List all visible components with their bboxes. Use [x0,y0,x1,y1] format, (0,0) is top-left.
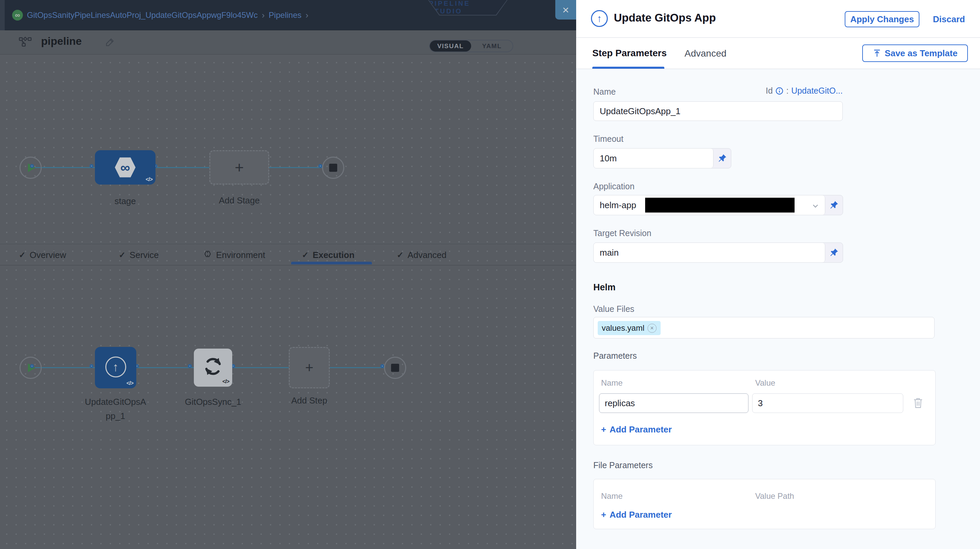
plus-icon: + [601,425,606,435]
step2-label: GitOpsSync_1 [169,397,257,407]
helm-section-heading: Helm [593,282,616,293]
tab-label: Advanced [407,250,447,260]
step-parameters-form: Name Id : UpdateGitO... UpdateGitOpsApp_… [576,69,980,549]
save-as-template-label: Save as Template [885,48,958,59]
add-file-parameter-label: Add Parameter [609,509,672,520]
connector-port [89,164,94,168]
redacted-value [645,198,795,212]
application-select[interactable]: helm-app [593,195,825,215]
param-name-input[interactable]: replicas [599,393,748,413]
tab-label: Execution [313,250,355,260]
step1-label-line2: pp_1 [72,411,159,421]
stop-icon [329,164,337,172]
file-parameters-label: File Parameters [593,460,652,470]
save-as-template-button[interactable]: Save as Template [862,45,968,62]
discard-button[interactable]: Discard [933,14,965,25]
toggle-visual[interactable]: VISUAL [430,40,471,51]
timeout-input[interactable]: 10m [593,148,713,168]
value-file-chip-label: values.yaml [602,323,644,333]
application-input-type-button[interactable] [825,195,843,215]
tab-label: Service [130,250,159,260]
code-badge-icon[interactable]: </> [146,177,153,182]
target-revision-field-group: main [593,243,843,263]
id-colon: : [786,86,789,96]
pin-icon [830,201,838,209]
stop-icon [391,364,399,372]
execution-end-marker [384,357,406,379]
pipeline-end-marker [322,156,344,179]
name-input[interactable]: UpdateGitOpsApp_1 [593,101,843,121]
add-parameter-button[interactable]: + Add Parameter [601,425,672,435]
update-gitops-app-step-node[interactable]: ↑ </> [95,347,136,388]
target-revision-input-type-button[interactable] [825,243,843,262]
file-parameters-card: Name Value Path + Add Parameter [593,479,935,529]
tab-label: Environment [216,250,265,260]
drawer-header: ↑ Update GitOps App Apply Changes Discar… [576,0,980,38]
timeout-input-type-button[interactable] [713,148,731,168]
target-revision-input[interactable]: main [593,243,825,262]
edit-pipeline-name-icon[interactable] [105,37,115,48]
remove-chip-icon[interactable]: × [648,324,657,333]
add-parameter-label: Add Parameter [609,425,672,435]
connector-port [89,364,94,368]
id-row: Id : UpdateGitO... [593,86,843,96]
value-files-input[interactable]: values.yaml × [593,317,935,338]
tab-advanced[interactable]: Advanced [684,48,727,59]
gitops-sync-step-node[interactable]: </> [194,349,232,387]
breadcrumb-separator-icon: › [262,10,265,21]
add-step-button[interactable]: + [289,347,330,388]
value-file-chip: values.yaml × [598,321,660,335]
delete-row-icon[interactable] [913,397,923,409]
timeout-label: Timeout [593,134,623,144]
stage-tabbar: ✓ Overview ✓ Service Environment [0,244,576,265]
application-field-group: helm-app [593,195,843,215]
parameters-card: Name Value replicas 3 + Add Parameter [593,370,935,445]
breadcrumb-pipelines-link[interactable]: Pipelines [269,10,301,20]
check-icon: ✓ [302,250,309,260]
file-param-value-path-header: Value Path [755,492,794,501]
tab-label: Overview [30,250,66,260]
info-icon[interactable] [775,87,783,95]
pipeline-titlebar: pipeline VISUAL YAML [0,30,576,54]
application-label: Application [593,182,635,191]
param-value-input[interactable]: 3 [752,393,903,413]
code-badge-icon[interactable]: </> [223,378,229,385]
add-stage-button[interactable]: + [209,150,269,185]
drawer-tabbar: Step Parameters Advanced Save as Templat… [576,38,980,69]
check-icon: ✓ [397,250,404,260]
topbar: ∞ GitOpsSanityPipeLinesAutoProj_UpdateGi… [0,0,576,30]
pipeline-flowchart-icon [19,36,32,49]
stage-node[interactable]: ∞ </> [95,150,156,185]
tab-advanced[interactable]: ✓ Advanced [397,244,447,266]
step-config-drawer: ↑ Update GitOps App Apply Changes Discar… [576,0,980,549]
param-value-header: Value [755,378,775,388]
pipeline-canvas: ∞ </> + stage Add Stage ✓ Overview ✓ Ser… [0,54,576,549]
tab-service[interactable]: ✓ Service [119,244,159,266]
pipeline-title: pipeline [41,35,82,48]
apply-changes-button[interactable]: Apply Changes [845,11,920,27]
target-revision-label: Target Revision [593,228,651,238]
check-icon: ✓ [19,250,25,260]
tab-environment[interactable]: Environment [203,244,265,266]
breadcrumb-project-link[interactable]: GitOpsSanityPipeLinesAutoProj_UpdateGitO… [27,10,258,20]
tab-overview[interactable]: ✓ Overview [19,244,66,266]
gitops-stage-icon: ∞ [115,156,136,178]
step1-label-line1: UpdateGitOpsA [72,397,159,407]
collapsed-nav-edge [0,0,5,30]
tab-step-parameters[interactable]: Step Parameters [592,48,667,59]
pin-icon [830,248,838,257]
close-drawer-button[interactable]: × [555,0,576,19]
app-root: ∞ GitOpsSanityPipeLinesAutoProj_UpdateGi… [0,0,980,549]
application-value: helm-app [600,200,636,211]
pipeline-studio-badge: PIPELINE STUDIO [428,0,508,16]
code-badge-icon[interactable]: </> [127,380,133,386]
toggle-yaml[interactable]: YAML [471,40,512,51]
breadcrumb: ∞ GitOpsSanityPipeLinesAutoProj_UpdateGi… [12,0,308,30]
gitops-project-icon: ∞ [12,10,23,21]
breadcrumb-separator-icon: › [305,10,309,21]
id-value-link[interactable]: UpdateGitO... [791,86,843,96]
chevron-down-icon[interactable] [811,202,819,210]
active-tab-underline [291,262,372,264]
pipeline-studio-pane: ∞ GitOpsSanityPipeLinesAutoProj_UpdateGi… [0,0,576,549]
add-file-parameter-button[interactable]: + Add Parameter [601,509,672,520]
